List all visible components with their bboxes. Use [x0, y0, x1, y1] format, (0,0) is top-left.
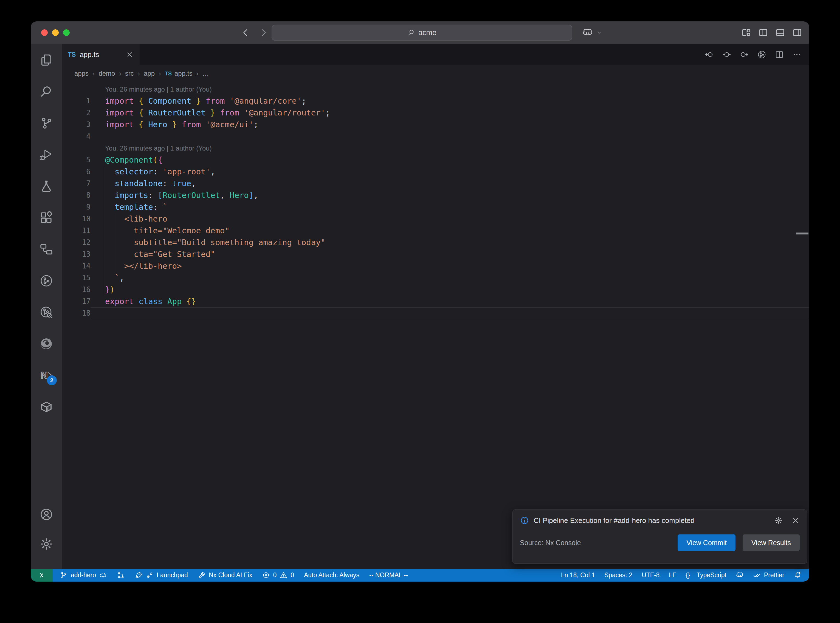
line-number[interactable]: 14 — [62, 260, 91, 272]
line-number[interactable]: 3 — [62, 119, 91, 130]
line-number[interactable]: 10 — [62, 213, 91, 225]
statusbar-nx-cloud-ai-fix[interactable]: Nx Cloud AI Fix — [198, 571, 252, 579]
line-number[interactable]: 5 — [62, 154, 91, 166]
line-number[interactable]: 16 — [62, 284, 91, 296]
statusbar-branch-add-hero[interactable]: add-hero — [60, 571, 107, 579]
commit-graph-icon[interactable] — [757, 50, 766, 59]
statusbar-language-mode[interactable]: {}TypeScript — [686, 571, 726, 579]
copilot-icon — [582, 27, 593, 38]
activity-item-accounts[interactable] — [39, 507, 54, 522]
breadcrumb-item[interactable]: src — [125, 70, 134, 77]
line-number[interactable]: 18 — [62, 307, 91, 319]
line-number[interactable]: 15 — [62, 272, 91, 284]
nav-current-icon[interactable] — [722, 50, 731, 59]
statusbar-launchpad[interactable]: Launchpad — [135, 571, 188, 579]
activity-item-edge-browser[interactable] — [39, 337, 54, 351]
commit-graph-search-icon — [39, 305, 54, 319]
activity-item-nx-console[interactable]: N2 — [39, 368, 54, 382]
breadcrumb-item[interactable]: demo — [98, 70, 115, 77]
activity-item-run-debug[interactable] — [39, 147, 54, 162]
breadcrumb-item[interactable]: app — [144, 70, 155, 77]
accounts-icon — [39, 507, 54, 522]
zoom-window-button[interactable] — [63, 29, 70, 36]
code-line: 17export class App {} — [62, 296, 809, 307]
command-center-search[interactable]: acme — [272, 25, 572, 41]
activity-item-commit-graph[interactable] — [39, 274, 54, 288]
toggle-panel-bottom-icon[interactable] — [775, 28, 785, 38]
cloud-upload-icon — [99, 571, 107, 579]
close-window-button[interactable] — [41, 29, 48, 36]
more-actions-icon[interactable] — [792, 50, 802, 59]
close-tab-icon[interactable] — [126, 51, 134, 58]
toggle-panel-left-icon[interactable] — [758, 28, 768, 38]
statusbar-eol[interactable]: LF — [669, 571, 676, 579]
copilot-menu[interactable] — [582, 21, 602, 44]
code-text: cta="Get Started" — [91, 249, 809, 260]
activity-item-containers[interactable] — [39, 400, 54, 414]
remote-indicator[interactable] — [31, 569, 53, 582]
blame-row: You, 26 minutes ago | 1 author (You) — [62, 83, 809, 95]
bell-icon — [794, 571, 802, 579]
statusbar-git-graph[interactable] — [117, 571, 125, 579]
activity-item-commit-search[interactable] — [39, 305, 54, 319]
code-line: 11 title="Welcmoe demo" — [62, 225, 809, 236]
breadcrumb-item[interactable]: apps — [74, 70, 89, 77]
line-number[interactable]: 9 — [62, 201, 91, 213]
line-number[interactable] — [62, 142, 91, 154]
statusbar-notifications-bell[interactable] — [794, 571, 802, 579]
view-results-button[interactable]: View Results — [743, 534, 800, 551]
customize-layout-icon[interactable] — [741, 28, 751, 38]
minimize-window-button[interactable] — [52, 29, 59, 36]
notification-settings-icon[interactable] — [774, 516, 783, 525]
notification-close-icon[interactable] — [791, 516, 800, 525]
line-number[interactable]: 11 — [62, 225, 91, 236]
split-editor-icon[interactable] — [775, 50, 784, 59]
indent-guide — [115, 213, 115, 272]
activity-item-testing[interactable] — [39, 179, 54, 193]
workflow-icon — [39, 242, 54, 256]
line-number[interactable]: 1 — [62, 95, 91, 107]
tab-bar: TS app.ts — [62, 44, 809, 65]
statusbar-indentation[interactable]: Spaces: 2 — [604, 571, 632, 579]
history-forward-icon[interactable] — [259, 28, 268, 37]
nav-back-icon[interactable] — [705, 50, 714, 59]
line-number[interactable]: 13 — [62, 249, 91, 260]
activity-item-search[interactable] — [39, 84, 54, 99]
activity-item-settings[interactable] — [39, 537, 54, 551]
statusbar-label: -- NORMAL -- — [369, 571, 408, 579]
activity-item-project-flow[interactable] — [39, 242, 54, 256]
statusbar-vim-mode[interactable]: -- NORMAL -- — [369, 571, 408, 579]
breadcrumb-item[interactable]: … — [203, 70, 209, 77]
code-text: template: ` — [91, 201, 809, 213]
nav-forward-icon[interactable] — [740, 50, 749, 59]
statusbar-encoding[interactable]: UTF-8 — [642, 571, 659, 579]
line-number[interactable]: 7 — [62, 178, 91, 189]
activity-item-extensions[interactable] — [39, 210, 54, 225]
line-number[interactable]: 17 — [62, 296, 91, 307]
statusbar-prettier[interactable]: Prettier — [753, 571, 784, 579]
code-text — [91, 307, 809, 319]
line-number[interactable]: 8 — [62, 189, 91, 201]
git-branch-icon — [60, 571, 68, 579]
history-back-icon[interactable] — [241, 28, 250, 37]
code-editor[interactable]: You, 26 minutes ago | 1 author (You)1imp… — [62, 82, 809, 569]
activity-item-explorer[interactable] — [39, 53, 54, 67]
line-number[interactable]: 2 — [62, 107, 91, 119]
statusbar-auto-attach[interactable]: Auto Attach: Always — [304, 571, 359, 579]
code-line: 14 ></lib-hero> — [62, 260, 809, 272]
copilot-icon — [736, 571, 744, 579]
tab-app-ts[interactable]: TS app.ts — [62, 44, 140, 65]
statusbar-cursor-position[interactable]: Ln 18, Col 1 — [561, 571, 595, 579]
line-number[interactable]: 6 — [62, 166, 91, 178]
view-commit-button[interactable]: View Commit — [677, 534, 736, 551]
statusbar-problems[interactable]: 00 — [262, 571, 294, 579]
line-number[interactable]: 12 — [62, 236, 91, 249]
typescript-file-icon: TS — [68, 51, 76, 58]
line-number[interactable] — [62, 83, 91, 95]
breadcrumb-item[interactable]: TSapp.ts — [164, 70, 192, 77]
toggle-panel-right-icon[interactable] — [792, 28, 802, 38]
statusbar-copilot-status[interactable] — [736, 571, 744, 579]
line-number[interactable]: 4 — [62, 130, 91, 142]
code-text: `, — [91, 272, 809, 284]
activity-item-source-control[interactable] — [39, 116, 54, 130]
